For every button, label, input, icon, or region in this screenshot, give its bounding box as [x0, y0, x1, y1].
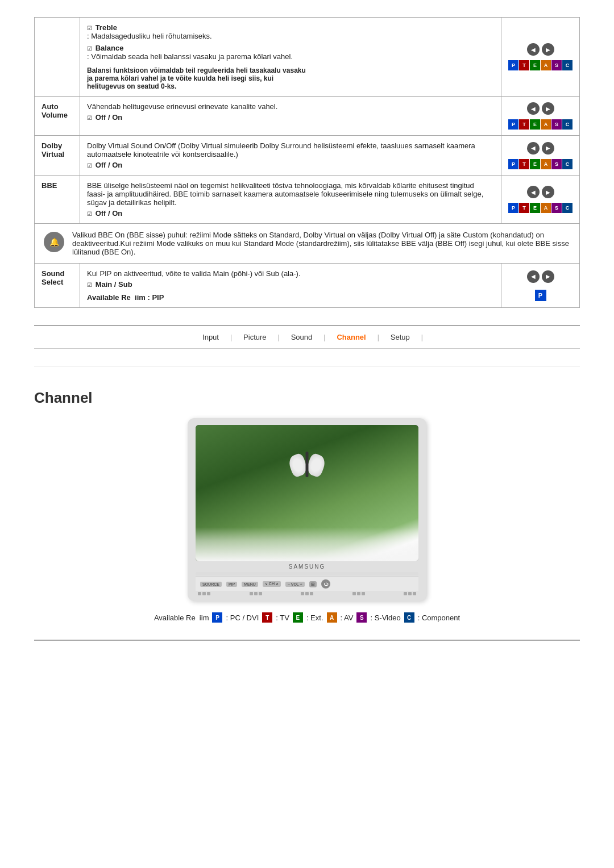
avail-label-t: : TV — [276, 614, 289, 622]
off-on-label: Off / On — [96, 161, 123, 169]
tv-dot — [250, 592, 253, 595]
play-left: ◀ — [527, 102, 540, 115]
info-icon-wrapper: 🔔 — [44, 232, 64, 252]
badge-group: ◀ ▶ P T E A S C — [508, 142, 572, 169]
play-icons: ◀ ▶ — [527, 270, 554, 283]
badge-e: E — [530, 159, 540, 169]
sound-select-desc: Kui PIP on aktiveeritud, võite te valida… — [80, 264, 501, 308]
badge-group: ◀ ▶ P T E A S C — [508, 102, 572, 130]
avail-badge-p: P — [212, 612, 222, 623]
tv-dot — [362, 592, 365, 595]
dot-group-5 — [404, 592, 416, 595]
balance-desc: : Võimaldab seada heli balanssi vasaku j… — [87, 52, 494, 61]
page-wrapper: ☑ Treble : Madalsagedusliku heli rõhutam… — [0, 0, 614, 658]
avail-badge-c: C — [404, 612, 414, 623]
nav-item-setup[interactable]: Setup — [379, 331, 421, 344]
tv-ch-btn[interactable]: ∨ CH ∧ — [263, 581, 281, 587]
pteasc-badges: P T E A S C — [508, 60, 572, 70]
tv-dot — [352, 592, 356, 595]
badge-c: C — [562, 60, 572, 70]
play-icons: ◀ ▶ — [527, 102, 554, 115]
check-icon: ☑ — [87, 282, 92, 288]
tv-dot — [310, 592, 313, 595]
icon-cell: ◀ ▶ P T E A S C — [501, 176, 580, 224]
nav-item-sound[interactable]: Sound — [280, 331, 324, 344]
balance-label: Balance — [96, 44, 124, 52]
play-icons: ◀ ▶ — [527, 186, 554, 198]
badge-a: A — [541, 203, 551, 213]
nav-item-channel[interactable]: Channel — [325, 331, 377, 344]
check-icon: ☑ — [87, 162, 92, 169]
table-row: DolbyVirtual Dolby Virtual Sound On/Off … — [35, 136, 580, 176]
tv-dot — [408, 592, 412, 595]
tv-monitor-btn[interactable]: ⊞ — [309, 581, 317, 587]
butterfly-body — [306, 452, 309, 477]
tv-pip-btn[interactable]: PIP — [226, 582, 237, 587]
info-icon: 🔔 — [44, 232, 64, 252]
flowers-decoration — [196, 527, 418, 561]
check-icon: ☑ — [87, 25, 92, 31]
tv-menu-btn[interactable]: MENU — [242, 582, 258, 587]
available-line: Available Re iim P : PC / DVI T : TV E :… — [34, 612, 580, 623]
pteasc-badges: P T E A S C — [508, 119, 572, 130]
tv-dots-row — [196, 592, 418, 595]
badge-p: P — [508, 119, 518, 130]
tv-dot — [301, 592, 304, 595]
play-right: ▶ — [542, 270, 554, 283]
avail-label-p: : PC / DVI — [226, 614, 259, 622]
avail-label-e: : Ext. — [306, 614, 323, 622]
badge-t: T — [519, 60, 529, 70]
badge-t: T — [519, 159, 529, 169]
tv-dot — [207, 592, 210, 595]
nav-bar: Input | Picture | Sound | Channel | Setu… — [34, 325, 580, 349]
tv-dot — [404, 592, 407, 595]
pteasc-badges: P T E A S C — [508, 203, 572, 213]
badge-c: C — [562, 203, 572, 213]
badge-group: ◀ ▶ P — [508, 270, 572, 301]
bottom-border — [34, 640, 580, 641]
play-left: ◀ — [527, 43, 540, 56]
play-icons: ◀ ▶ — [527, 43, 554, 56]
badge-a: A — [541, 159, 551, 169]
check-icon: ☑ — [87, 211, 92, 217]
badge-s: S — [551, 159, 562, 169]
badge-s: S — [551, 60, 562, 70]
row-desc: ☑ Treble : Madalsagedusliku heli rõhutam… — [80, 18, 501, 97]
icon-cell: ◀ ▶ P T E A S C — [501, 136, 580, 176]
table-row: AutoVolume Vähendab helitugevuse erinevu… — [35, 97, 580, 136]
tv-power-btn[interactable]: ⏻ — [321, 579, 330, 589]
dolby-label: DolbyVirtual — [35, 136, 80, 176]
badge-a: A — [541, 60, 551, 70]
butterfly-decoration — [290, 452, 324, 480]
avail-label-a: : AV — [341, 614, 354, 622]
tv-brand: SAMSUNG — [196, 564, 418, 570]
tv-outer: SAMSUNG SOURCE PIP MENU ∨ CH ∧ – VOL + ⊞… — [188, 418, 426, 601]
check-icon: ☑ — [87, 115, 92, 121]
avail-badge-a: A — [327, 612, 337, 623]
badge-t: T — [519, 119, 529, 130]
avail-badge-e: E — [293, 612, 303, 623]
tv-dot — [198, 592, 201, 595]
tv-source-btn[interactable]: SOURCE — [200, 582, 222, 587]
play-right: ▶ — [542, 186, 554, 198]
check-icon2: ☑ — [87, 45, 92, 52]
play-left: ◀ — [527, 186, 540, 198]
nav-item-picture[interactable]: Picture — [232, 331, 277, 344]
dot-group-1 — [198, 592, 210, 595]
nav-item-input[interactable]: Input — [191, 331, 230, 344]
treble-desc: : Madalsagedusliku heli rõhutamiseks. — [87, 32, 494, 40]
tv-wrapper: SAMSUNG SOURCE PIP MENU ∨ CH ∧ – VOL + ⊞… — [34, 418, 580, 601]
tv-dot — [357, 592, 360, 595]
badge-s: S — [551, 203, 562, 213]
badge-p: P — [508, 203, 518, 213]
avail-badge-t: T — [262, 612, 272, 623]
channel-section: Channel SAMSUNG SOURCE — [34, 383, 580, 628]
channel-title: Channel — [34, 389, 580, 407]
bbe-info-text: Valikud BBE On (BBE sisse) puhul: režiim… — [72, 231, 570, 256]
icon-cell: ◀ ▶ P T E A S C — [501, 18, 580, 97]
settings-table: ☑ Treble : Madalsagedusliku heli rõhutam… — [34, 17, 580, 308]
badge-e: E — [530, 119, 540, 130]
off-on-label: Off / On — [96, 113, 123, 122]
avail-label-c: : Component — [418, 614, 460, 622]
tv-vol-btn[interactable]: – VOL + — [285, 582, 305, 587]
